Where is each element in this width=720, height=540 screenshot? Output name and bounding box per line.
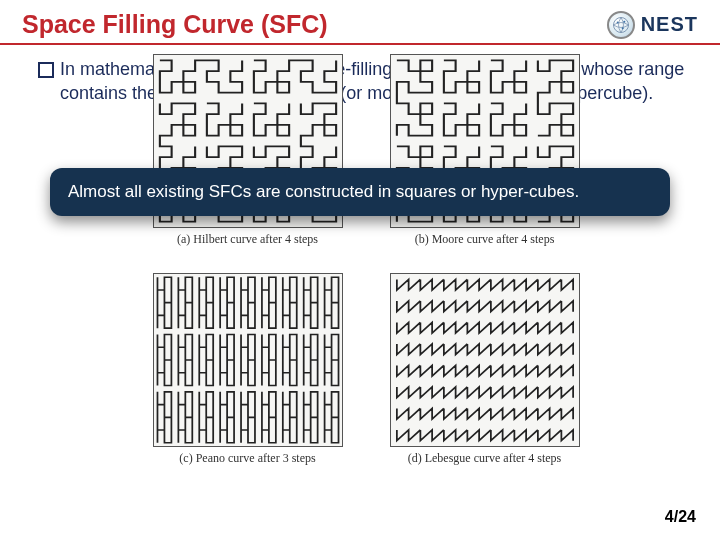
logo-text: NEST — [641, 13, 698, 36]
svg-point-1 — [616, 21, 618, 23]
slide: Space Filling Curve (SFC) NEST In mathem… — [0, 0, 720, 540]
figure-b: (b) Moore curve after 4 steps — [383, 54, 586, 255]
lebesgue-curve-icon — [390, 273, 580, 447]
figure-d: (d) Lebesgue curve after 4 steps — [383, 273, 586, 474]
svg-point-3 — [621, 27, 623, 29]
figure-c: (c) Peano curve after 3 steps — [146, 273, 349, 474]
divider — [0, 43, 720, 45]
title-row: Space Filling Curve (SFC) NEST — [0, 0, 720, 43]
caption-c: (c) Peano curve after 3 steps — [179, 451, 315, 466]
logo: NEST — [607, 11, 698, 39]
slide-title: Space Filling Curve (SFC) — [22, 10, 328, 39]
peano-curve-icon — [153, 273, 343, 447]
svg-point-0 — [613, 17, 628, 32]
caption-d: (d) Lebesgue curve after 4 steps — [408, 451, 562, 466]
figure-a: (a) Hilbert curve after 4 steps — [146, 54, 349, 255]
callout-banner: Almost all existing SFCs are constructed… — [50, 168, 670, 216]
page-number: 4/24 — [665, 508, 696, 526]
globe-icon — [607, 11, 635, 39]
caption-b: (b) Moore curve after 4 steps — [415, 232, 555, 247]
caption-a: (a) Hilbert curve after 4 steps — [177, 232, 318, 247]
svg-point-2 — [623, 20, 625, 22]
figure-grid: (a) Hilbert curve after 4 steps — [146, 54, 586, 474]
